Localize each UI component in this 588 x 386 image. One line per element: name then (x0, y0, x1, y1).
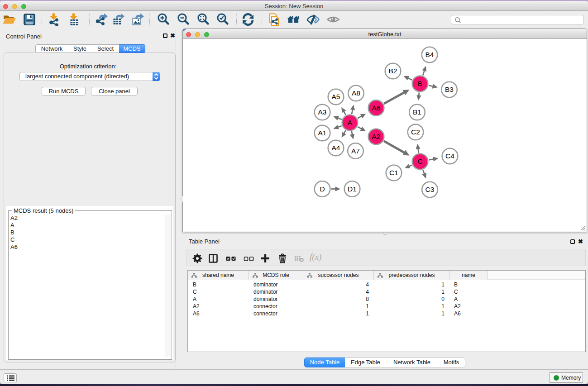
svg-text:B4: B4 (425, 51, 434, 58)
svg-text:D: D (320, 185, 325, 193)
svg-text:B2: B2 (389, 67, 397, 75)
svg-text:A1: A1 (318, 129, 327, 137)
svg-text:A8: A8 (352, 89, 360, 97)
svg-text:A7: A7 (351, 147, 360, 155)
svg-text:D1: D1 (348, 185, 357, 193)
svg-text:A2: A2 (372, 133, 381, 140)
svg-text:B3: B3 (445, 86, 454, 93)
svg-text:C1: C1 (389, 169, 398, 176)
svg-text:A: A (348, 119, 353, 126)
svg-text:C: C (417, 157, 422, 165)
svg-text:B: B (418, 80, 422, 87)
svg-text:C4: C4 (445, 152, 454, 160)
svg-text:A6: A6 (372, 104, 381, 112)
svg-text:A5: A5 (332, 93, 340, 100)
svg-text:C2: C2 (411, 128, 420, 136)
svg-text:A4: A4 (332, 144, 340, 152)
svg-text:A3: A3 (318, 108, 327, 116)
svg-text:B1: B1 (413, 108, 421, 116)
svg-text:C3: C3 (425, 186, 435, 193)
